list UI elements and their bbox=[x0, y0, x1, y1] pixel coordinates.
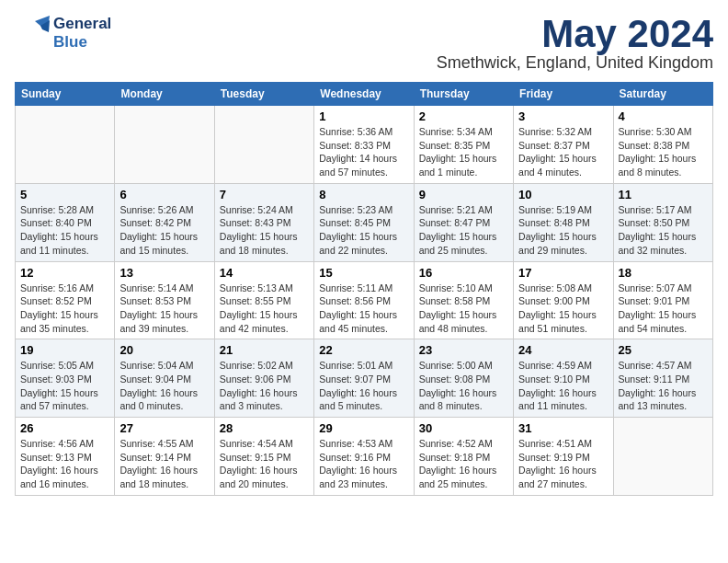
day-number: 28 bbox=[220, 421, 309, 435]
day-number: 3 bbox=[518, 109, 608, 123]
table-row: 25Sunrise: 4:57 AM Sunset: 9:11 PM Dayli… bbox=[613, 339, 712, 418]
day-info: Sunrise: 5:00 AM Sunset: 9:08 PM Dayligh… bbox=[419, 359, 508, 413]
day-info: Sunrise: 5:04 AM Sunset: 9:04 PM Dayligh… bbox=[119, 359, 209, 413]
table-row: 22Sunrise: 5:01 AM Sunset: 9:07 PM Dayli… bbox=[314, 339, 414, 418]
day-number: 18 bbox=[619, 266, 708, 280]
table-row: 31Sunrise: 4:51 AM Sunset: 9:19 PM Dayli… bbox=[514, 418, 613, 496]
page-container: General Blue May 2024 Smethwick, England… bbox=[15, 15, 713, 496]
col-sunday: Sunday bbox=[16, 83, 115, 106]
day-number: 13 bbox=[119, 266, 209, 280]
table-row: 13Sunrise: 5:14 AM Sunset: 8:53 PM Dayli… bbox=[115, 261, 214, 339]
logo-text: General Blue bbox=[53, 15, 111, 52]
calendar-week-1: 1Sunrise: 5:36 AM Sunset: 8:33 PM Daylig… bbox=[16, 106, 713, 184]
calendar-week-5: 26Sunrise: 4:56 AM Sunset: 9:13 PM Dayli… bbox=[16, 418, 713, 496]
table-row: 24Sunrise: 4:59 AM Sunset: 9:10 PM Dayli… bbox=[514, 339, 613, 418]
day-number: 27 bbox=[119, 421, 209, 435]
day-number: 31 bbox=[518, 421, 608, 435]
day-info: Sunrise: 5:05 AM Sunset: 9:03 PM Dayligh… bbox=[20, 359, 109, 413]
logo-blue: Blue bbox=[53, 33, 111, 52]
day-info: Sunrise: 4:55 AM Sunset: 9:14 PM Dayligh… bbox=[119, 437, 209, 491]
day-number: 26 bbox=[20, 421, 109, 435]
table-row: 28Sunrise: 4:54 AM Sunset: 9:15 PM Dayli… bbox=[214, 418, 313, 496]
day-info: Sunrise: 5:13 AM Sunset: 8:55 PM Dayligh… bbox=[220, 282, 309, 336]
day-info: Sunrise: 5:10 AM Sunset: 8:58 PM Dayligh… bbox=[419, 282, 508, 336]
title-block: May 2024 Smethwick, England, United King… bbox=[437, 15, 713, 73]
day-number: 23 bbox=[419, 343, 508, 357]
table-row: 5Sunrise: 5:28 AM Sunset: 8:40 PM Daylig… bbox=[16, 183, 115, 261]
day-info: Sunrise: 5:07 AM Sunset: 9:01 PM Dayligh… bbox=[619, 282, 708, 336]
day-info: Sunrise: 4:52 AM Sunset: 9:18 PM Dayligh… bbox=[419, 437, 508, 491]
day-number: 7 bbox=[220, 188, 309, 201]
calendar-header-row: Sunday Monday Tuesday Wednesday Thursday… bbox=[16, 83, 713, 106]
day-number: 14 bbox=[220, 266, 309, 280]
logo-svg: General Blue bbox=[15, 15, 111, 52]
day-info: Sunrise: 5:34 AM Sunset: 8:35 PM Dayligh… bbox=[419, 125, 508, 179]
table-row: 8Sunrise: 5:23 AM Sunset: 8:45 PM Daylig… bbox=[314, 183, 414, 261]
day-number: 9 bbox=[419, 188, 508, 201]
day-info: Sunrise: 5:30 AM Sunset: 8:38 PM Dayligh… bbox=[619, 125, 708, 179]
col-wednesday: Wednesday bbox=[314, 83, 414, 106]
table-row: 11Sunrise: 5:17 AM Sunset: 8:50 PM Dayli… bbox=[613, 183, 712, 261]
day-info: Sunrise: 5:08 AM Sunset: 9:00 PM Dayligh… bbox=[518, 282, 608, 336]
table-row bbox=[16, 106, 115, 184]
day-info: Sunrise: 4:54 AM Sunset: 9:15 PM Dayligh… bbox=[220, 437, 309, 491]
table-row: 4Sunrise: 5:30 AM Sunset: 8:38 PM Daylig… bbox=[613, 106, 712, 184]
day-info: Sunrise: 4:53 AM Sunset: 9:16 PM Dayligh… bbox=[319, 437, 408, 491]
table-row: 7Sunrise: 5:24 AM Sunset: 8:43 PM Daylig… bbox=[214, 183, 313, 261]
day-info: Sunrise: 5:26 AM Sunset: 8:42 PM Dayligh… bbox=[119, 203, 209, 258]
logo: General Blue bbox=[15, 15, 111, 52]
table-row bbox=[115, 106, 214, 184]
day-info: Sunrise: 5:01 AM Sunset: 9:07 PM Dayligh… bbox=[319, 359, 408, 413]
table-row: 18Sunrise: 5:07 AM Sunset: 9:01 PM Dayli… bbox=[613, 261, 712, 339]
table-row: 20Sunrise: 5:04 AM Sunset: 9:04 PM Dayli… bbox=[115, 339, 214, 418]
day-info: Sunrise: 4:59 AM Sunset: 9:10 PM Dayligh… bbox=[518, 359, 608, 413]
day-number: 25 bbox=[619, 343, 708, 357]
table-row: 15Sunrise: 5:11 AM Sunset: 8:56 PM Dayli… bbox=[314, 261, 414, 339]
calendar-week-2: 5Sunrise: 5:28 AM Sunset: 8:40 PM Daylig… bbox=[16, 183, 713, 261]
calendar-week-3: 12Sunrise: 5:16 AM Sunset: 8:52 PM Dayli… bbox=[16, 261, 713, 339]
day-info: Sunrise: 5:28 AM Sunset: 8:40 PM Dayligh… bbox=[20, 203, 109, 258]
day-number: 17 bbox=[518, 266, 608, 280]
day-info: Sunrise: 5:36 AM Sunset: 8:33 PM Dayligh… bbox=[319, 125, 408, 179]
day-number: 15 bbox=[319, 266, 408, 280]
table-row: 23Sunrise: 5:00 AM Sunset: 9:08 PM Dayli… bbox=[414, 339, 513, 418]
subtitle: Smethwick, England, United Kingdom bbox=[437, 53, 713, 73]
day-number: 5 bbox=[20, 188, 109, 201]
day-number: 29 bbox=[319, 421, 408, 435]
day-info: Sunrise: 4:57 AM Sunset: 9:11 PM Dayligh… bbox=[619, 359, 708, 413]
table-row: 30Sunrise: 4:52 AM Sunset: 9:18 PM Dayli… bbox=[414, 418, 513, 496]
table-row: 12Sunrise: 5:16 AM Sunset: 8:52 PM Dayli… bbox=[16, 261, 115, 339]
table-row: 27Sunrise: 4:55 AM Sunset: 9:14 PM Dayli… bbox=[115, 418, 214, 496]
col-monday: Monday bbox=[115, 83, 214, 106]
day-info: Sunrise: 4:56 AM Sunset: 9:13 PM Dayligh… bbox=[20, 437, 109, 491]
col-saturday: Saturday bbox=[613, 83, 712, 106]
day-number: 6 bbox=[119, 188, 209, 201]
day-number: 22 bbox=[319, 343, 408, 357]
table-row: 21Sunrise: 5:02 AM Sunset: 9:06 PM Dayli… bbox=[214, 339, 313, 418]
table-row: 9Sunrise: 5:21 AM Sunset: 8:47 PM Daylig… bbox=[414, 183, 513, 261]
table-row: 2Sunrise: 5:34 AM Sunset: 8:35 PM Daylig… bbox=[414, 106, 513, 184]
table-row: 26Sunrise: 4:56 AM Sunset: 9:13 PM Dayli… bbox=[16, 418, 115, 496]
month-title: May 2024 bbox=[437, 15, 713, 53]
table-row: 17Sunrise: 5:08 AM Sunset: 9:00 PM Dayli… bbox=[514, 261, 613, 339]
day-number: 21 bbox=[220, 343, 309, 357]
logo-bird-icon bbox=[15, 16, 50, 51]
table-row: 3Sunrise: 5:32 AM Sunset: 8:37 PM Daylig… bbox=[514, 106, 613, 184]
day-number: 20 bbox=[119, 343, 209, 357]
day-number: 11 bbox=[619, 188, 708, 201]
day-number: 2 bbox=[419, 109, 508, 123]
table-row: 19Sunrise: 5:05 AM Sunset: 9:03 PM Dayli… bbox=[16, 339, 115, 418]
day-info: Sunrise: 5:17 AM Sunset: 8:50 PM Dayligh… bbox=[619, 203, 708, 258]
table-row: 1Sunrise: 5:36 AM Sunset: 8:33 PM Daylig… bbox=[314, 106, 414, 184]
day-info: Sunrise: 5:02 AM Sunset: 9:06 PM Dayligh… bbox=[220, 359, 309, 413]
col-tuesday: Tuesday bbox=[214, 83, 313, 106]
day-info: Sunrise: 5:24 AM Sunset: 8:43 PM Dayligh… bbox=[220, 203, 309, 258]
day-info: Sunrise: 4:51 AM Sunset: 9:19 PM Dayligh… bbox=[518, 437, 608, 491]
table-row: 16Sunrise: 5:10 AM Sunset: 8:58 PM Dayli… bbox=[414, 261, 513, 339]
day-info: Sunrise: 5:23 AM Sunset: 8:45 PM Dayligh… bbox=[319, 203, 408, 258]
table-row: 29Sunrise: 4:53 AM Sunset: 9:16 PM Dayli… bbox=[314, 418, 414, 496]
table-row: 6Sunrise: 5:26 AM Sunset: 8:42 PM Daylig… bbox=[115, 183, 214, 261]
day-number: 4 bbox=[619, 109, 708, 123]
day-number: 19 bbox=[20, 343, 109, 357]
day-info: Sunrise: 5:14 AM Sunset: 8:53 PM Dayligh… bbox=[119, 282, 209, 336]
